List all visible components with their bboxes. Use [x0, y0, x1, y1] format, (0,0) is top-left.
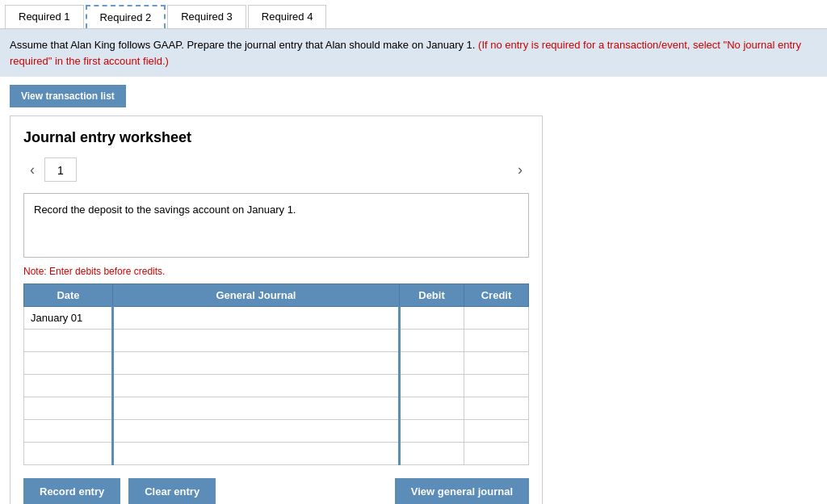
next-arrow[interactable]: ›: [511, 162, 529, 178]
debit-cell[interactable]: [400, 420, 464, 443]
tab-required-2[interactable]: Required 2: [86, 5, 166, 28]
col-header-gj: General Journal: [113, 284, 400, 307]
worksheet-container: Journal entry worksheet ‹ 1 › Record the…: [10, 116, 543, 504]
credit-input[interactable]: [464, 443, 528, 464]
gj-cell[interactable]: [113, 420, 400, 443]
view-general-journal-button[interactable]: View general journal: [395, 478, 529, 504]
description-text: Record the deposit to the savings accoun…: [34, 204, 296, 216]
col-header-date: Date: [24, 284, 113, 307]
instructions-banner: Assume that Alan King follows GAAP. Prep…: [0, 29, 827, 77]
tab-required-4[interactable]: Required 4: [248, 5, 327, 28]
date-cell: [24, 330, 113, 352]
date-cell: [24, 420, 113, 443]
debit-input[interactable]: [401, 375, 464, 397]
table-row: [24, 443, 529, 465]
credit-input[interactable]: [464, 330, 528, 351]
table-row: [24, 375, 529, 397]
gj-input[interactable]: [114, 352, 398, 374]
view-transaction-button[interactable]: View transaction list: [10, 85, 126, 107]
debit-input[interactable]: [401, 352, 464, 374]
credit-input[interactable]: [464, 397, 528, 419]
table-row: [24, 352, 529, 375]
prev-arrow[interactable]: ‹: [23, 162, 41, 178]
credit-input[interactable]: [464, 375, 528, 397]
tabs-container: Required 1 Required 2 Required 3 Require…: [0, 0, 827, 29]
debit-cell[interactable]: [400, 352, 464, 375]
col-header-debit: Debit: [400, 284, 464, 307]
debit-input[interactable]: [401, 307, 464, 329]
gj-cell[interactable]: [113, 375, 400, 397]
credit-cell[interactable]: [464, 443, 529, 465]
gj-cell[interactable]: [113, 307, 400, 330]
gj-input[interactable]: [114, 397, 398, 419]
debit-input[interactable]: [401, 397, 464, 419]
credit-cell[interactable]: [464, 352, 529, 375]
record-entry-button[interactable]: Record entry: [23, 478, 120, 504]
note-text: Note: Enter debits before credits.: [23, 266, 529, 277]
buttons-row: Record entry Clear entry View general jo…: [23, 478, 529, 504]
description-box: Record the deposit to the savings accoun…: [23, 193, 529, 258]
date-cell: [24, 352, 113, 375]
col-header-credit: Credit: [464, 284, 529, 307]
credit-cell[interactable]: [464, 307, 529, 330]
date-cell: [24, 443, 113, 465]
debit-input[interactable]: [401, 420, 464, 442]
debit-cell[interactable]: [400, 397, 464, 420]
credit-input[interactable]: [464, 307, 528, 329]
debit-cell[interactable]: [400, 375, 464, 397]
gj-input[interactable]: [114, 420, 398, 442]
credit-cell[interactable]: [464, 420, 529, 443]
gj-input[interactable]: [114, 307, 398, 329]
debit-cell[interactable]: [400, 307, 464, 330]
gj-input[interactable]: [114, 330, 398, 351]
tab-required-3[interactable]: Required 3: [167, 5, 246, 28]
credit-input[interactable]: [464, 420, 528, 442]
gj-cell[interactable]: [113, 443, 400, 465]
date-cell: [24, 375, 113, 397]
date-cell: January 01: [24, 307, 113, 330]
credit-cell[interactable]: [464, 330, 529, 352]
table-row: [24, 420, 529, 443]
table-row: January 01: [24, 307, 529, 330]
page-number-box: 1: [44, 158, 77, 182]
gj-input[interactable]: [114, 375, 398, 397]
instructions-main-text: Assume that Alan King follows GAAP. Prep…: [10, 39, 475, 51]
tab-required-1[interactable]: Required 1: [5, 5, 84, 28]
nav-row: ‹ 1 ›: [23, 158, 529, 182]
gj-input[interactable]: [114, 443, 398, 464]
journal-table: Date General Journal Debit Credit Januar…: [23, 284, 529, 465]
gj-cell[interactable]: [113, 397, 400, 420]
worksheet-title: Journal entry worksheet: [23, 129, 529, 146]
debit-cell[interactable]: [400, 443, 464, 465]
date-cell: [24, 397, 113, 420]
gj-cell[interactable]: [113, 352, 400, 375]
debit-cell[interactable]: [400, 330, 464, 352]
table-row: [24, 397, 529, 420]
credit-input[interactable]: [464, 352, 528, 374]
credit-cell[interactable]: [464, 375, 529, 397]
clear-entry-button[interactable]: Clear entry: [128, 478, 216, 504]
table-row: [24, 330, 529, 352]
gj-cell[interactable]: [113, 330, 400, 352]
credit-cell[interactable]: [464, 397, 529, 420]
debit-input[interactable]: [401, 443, 464, 464]
debit-input[interactable]: [401, 330, 464, 351]
